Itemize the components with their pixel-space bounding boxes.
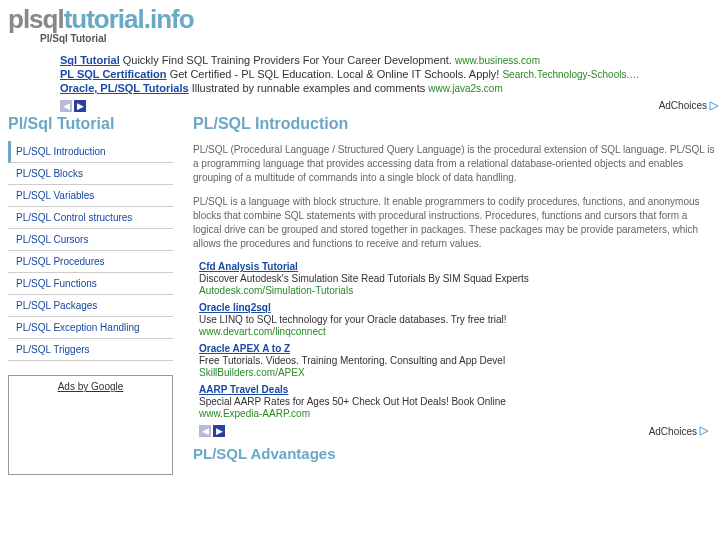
top-ads-block: Sql Tutorial Quickly Find SQL Training P… xyxy=(60,54,727,94)
inline-ad-title[interactable]: Oracle APEX A to Z xyxy=(199,343,715,354)
inline-ad-source: www.Expedia-AARP.com xyxy=(199,408,715,419)
nav-blocks[interactable]: PL/SQL Blocks xyxy=(8,163,173,185)
adchoices-link[interactable]: AdChoices xyxy=(659,100,719,111)
content: PL/SQL Introduction PL/SQL (Procedural L… xyxy=(193,115,719,475)
nav-control-structures[interactable]: PL/SQL Control structures xyxy=(8,207,173,229)
inline-ad: Oracle linq2sql Use LINQ to SQL technolo… xyxy=(199,302,715,337)
top-ad-title[interactable]: Sql Tutorial xyxy=(60,54,120,66)
top-ad-row: Sql Tutorial Quickly Find SQL Training P… xyxy=(60,54,727,66)
adchoices-link[interactable]: AdChoices xyxy=(649,426,709,437)
top-ad-source: Search.Technology-Schools.… xyxy=(502,69,639,80)
inline-ads-block: Cfd Analysis Tutorial Discover Autodesk'… xyxy=(199,261,715,419)
site-logo[interactable]: plsqltutorial.info xyxy=(8,4,719,35)
adchoices-label: AdChoices xyxy=(649,426,697,437)
top-ad-title[interactable]: Oracle, PL/SQL Tutorials xyxy=(60,82,189,94)
sidebar-adbox: Ads by Google xyxy=(8,375,173,475)
adchoices-icon xyxy=(709,101,719,111)
ad-prev-icon[interactable]: ◀ xyxy=(60,100,72,112)
inline-ad: AARP Travel Deals Special AARP Rates for… xyxy=(199,384,715,419)
inline-ad: Oracle APEX A to Z Free Tutorials. Video… xyxy=(199,343,715,378)
inline-ad-title[interactable]: Oracle linq2sql xyxy=(199,302,715,313)
sidebar: Pl/Sql Tutorial PL/SQL Introduction PL/S… xyxy=(8,115,173,475)
inline-ad-title[interactable]: AARP Travel Deals xyxy=(199,384,715,395)
inline-ad: Cfd Analysis Tutorial Discover Autodesk'… xyxy=(199,261,715,296)
nav-variables[interactable]: PL/SQL Variables xyxy=(8,185,173,207)
inline-ad-desc: Use LINQ to SQL technology for your Orac… xyxy=(199,313,715,326)
inline-ad-desc: Free Tutorials. Videos. Training Mentori… xyxy=(199,354,715,367)
top-ad-title[interactable]: PL SQL Certification xyxy=(60,68,167,80)
inline-ad-desc: Special AARP Rates for Ages 50+ Check Ou… xyxy=(199,395,715,408)
inline-ad-source: SkillBuilders.com/APEX xyxy=(199,367,715,378)
nav-procedures[interactable]: PL/SQL Procedures xyxy=(8,251,173,273)
ad-prev-icon[interactable]: ◀ xyxy=(199,425,211,437)
intro-para-1: PL/SQL (Procedural Language / Structured… xyxy=(193,143,715,185)
page-title: PL/SQL Introduction xyxy=(193,115,715,133)
top-ad-desc: Quickly Find SQL Training Providers For … xyxy=(123,54,452,66)
nav-introduction[interactable]: PL/SQL Introduction xyxy=(8,141,173,163)
nav-cursors[interactable]: PL/SQL Cursors xyxy=(8,229,173,251)
inline-ad-source: www.devart.com/linqconnect xyxy=(199,326,715,337)
adchoices-icon xyxy=(699,426,709,436)
top-ad-row: Oracle, PL/SQL Tutorials Illustrated by … xyxy=(60,82,727,94)
nav-exception-handling[interactable]: PL/SQL Exception Handling xyxy=(8,317,173,339)
logo-part2: tutorial.info xyxy=(64,4,194,34)
top-ad-row: PL SQL Certification Get Certified - PL … xyxy=(60,68,727,80)
ad-next-icon[interactable]: ▶ xyxy=(74,100,86,112)
nav-packages[interactable]: PL/SQL Packages xyxy=(8,295,173,317)
top-ad-source: www.java2s.com xyxy=(428,83,502,94)
top-ad-source: www.business.com xyxy=(455,55,540,66)
intro-para-2: PL/SQL is a language with block structur… xyxy=(193,195,715,251)
inline-ad-source: Autodesk.com/Simulation-Tutorials xyxy=(199,285,715,296)
nav-functions[interactable]: PL/SQL Functions xyxy=(8,273,173,295)
ad-next-icon[interactable]: ▶ xyxy=(213,425,225,437)
top-ad-desc: Illustrated by runnable examples and com… xyxy=(192,82,426,94)
nav-triggers[interactable]: PL/SQL Triggers xyxy=(8,339,173,361)
ads-by-google-label[interactable]: Ads by Google xyxy=(58,381,124,392)
logo-part1: plsql xyxy=(8,4,64,34)
inline-ad-title[interactable]: Cfd Analysis Tutorial xyxy=(199,261,715,272)
inline-ad-desc: Discover Autodesk's Simulation Site Read… xyxy=(199,272,715,285)
adchoices-label: AdChoices xyxy=(659,100,707,111)
top-ad-desc: Get Certified - PL SQL Education. Local … xyxy=(170,68,500,80)
subheading-advantages: PL/SQL Advantages xyxy=(193,445,715,462)
sidebar-heading: Pl/Sql Tutorial xyxy=(8,115,173,133)
